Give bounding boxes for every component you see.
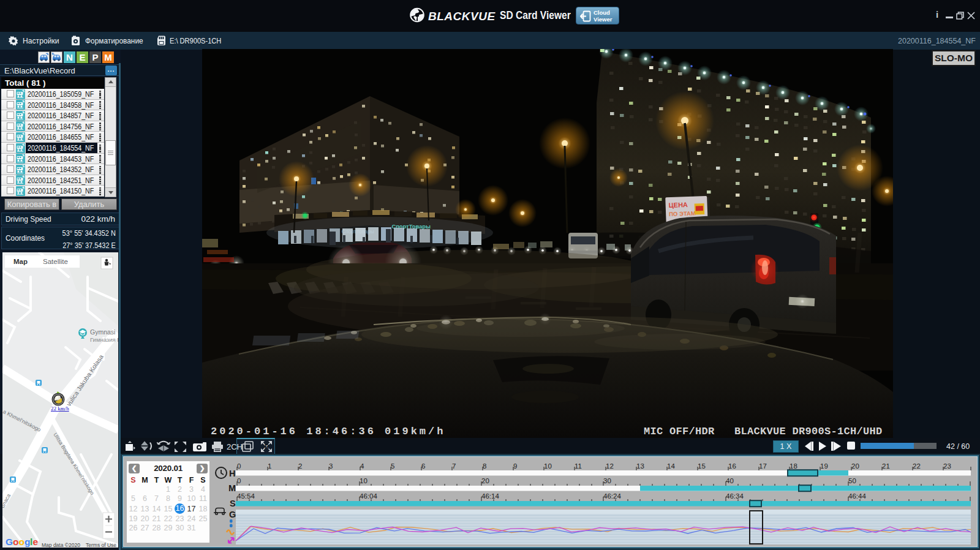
svg-text:5: 5	[391, 462, 394, 470]
svg-text:12: 12	[606, 462, 614, 470]
svg-text:7: 7	[452, 462, 456, 470]
svg-text:e: e	[33, 537, 39, 547]
svg-text:1: 1	[268, 462, 271, 470]
svg-text:20: 20	[481, 477, 489, 484]
svg-text:40: 40	[726, 477, 734, 484]
svg-text:8: 8	[483, 462, 486, 470]
svg-text:MIC OFF/HDR: MIC OFF/HDR	[644, 426, 715, 437]
svg-text:20: 20	[851, 462, 859, 470]
svg-text:23: 23	[943, 462, 951, 470]
svg-text:Гимназия П: Гимназия П	[90, 336, 118, 343]
svg-text:10: 10	[360, 477, 368, 484]
svg-text:2: 2	[298, 462, 302, 470]
svg-text:H: H	[229, 469, 235, 478]
svg-text:21: 21	[882, 462, 890, 470]
svg-text:Map data ©2020: Map data ©2020	[42, 542, 80, 548]
svg-text:0: 0	[237, 462, 241, 470]
svg-text:13: 13	[636, 462, 644, 470]
svg-text:o: o	[13, 537, 18, 547]
svg-text:6: 6	[421, 462, 425, 470]
svg-text:22: 22	[913, 462, 921, 470]
svg-text:46:14: 46:14	[481, 492, 499, 500]
svg-text:14: 14	[667, 462, 675, 470]
svg-text:10: 10	[544, 462, 552, 470]
svg-text:Terms of Use: Terms of Use	[86, 542, 116, 548]
svg-text:M: M	[228, 483, 236, 493]
svg-text:R: R	[265, 443, 270, 450]
svg-text:BLACKVUE DR900S-1CH/UHD: BLACKVUE DR900S-1CH/UHD	[734, 426, 883, 437]
svg-text:16: 16	[728, 462, 736, 470]
svg-text:18: 18	[790, 462, 797, 470]
svg-text:19: 19	[820, 462, 828, 470]
svg-text:G: G	[229, 510, 236, 519]
svg-text:Satellite: Satellite	[43, 258, 68, 265]
svg-text:ПО ЭТАМ: ПО ЭТАМ	[669, 210, 696, 218]
svg-text:46:34: 46:34	[726, 492, 744, 500]
svg-text:15: 15	[698, 462, 706, 470]
svg-text:46:24: 46:24	[603, 492, 621, 500]
svg-text:S: S	[230, 499, 236, 508]
svg-text:50: 50	[848, 477, 856, 484]
svg-text:o: o	[19, 537, 24, 547]
svg-text:9: 9	[513, 462, 517, 470]
svg-text:Gymnasi: Gymnasi	[90, 328, 115, 336]
svg-text:46:04: 46:04	[360, 492, 377, 500]
svg-text:11: 11	[575, 462, 582, 470]
svg-text:ЦЕНА: ЦЕНА	[668, 201, 688, 209]
svg-text:46:44: 46:44	[848, 492, 866, 500]
svg-text:0: 0	[237, 477, 241, 484]
svg-text:G: G	[6, 537, 13, 547]
svg-text:Map: Map	[13, 258, 28, 265]
svg-text:3: 3	[329, 462, 333, 470]
svg-text:17: 17	[759, 462, 767, 470]
svg-text:2020-01-16 18:46:36 019km/h: 2020-01-16 18:46:36 019km/h	[211, 426, 445, 437]
svg-text:45:54: 45:54	[237, 492, 255, 500]
svg-text:22 km/h: 22 km/h	[51, 405, 69, 412]
svg-text:4: 4	[360, 462, 364, 470]
svg-text:30: 30	[603, 477, 611, 484]
